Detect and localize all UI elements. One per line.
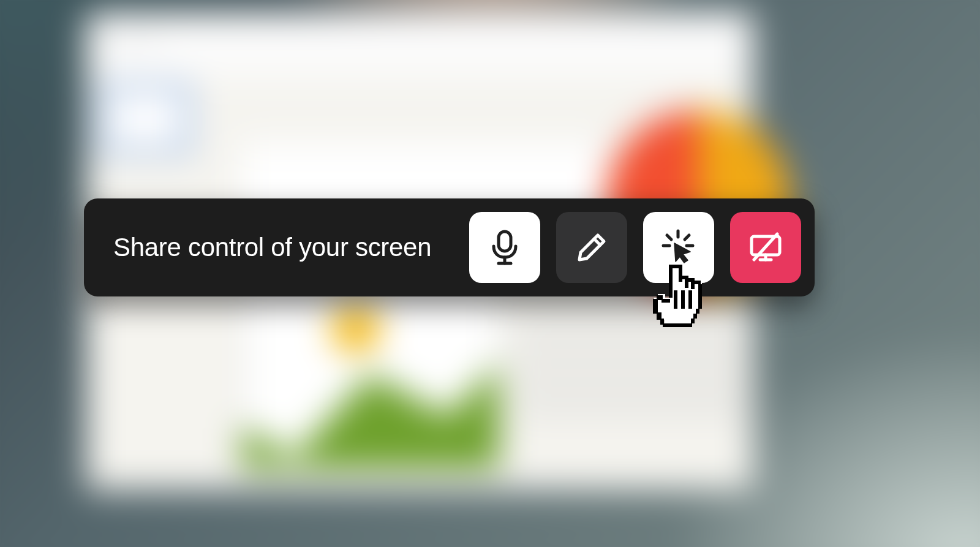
text-placeholder-lines [514,312,760,430]
screen-share-toolbar: Share control of your screen [84,198,815,296]
stop-screen-share-button[interactable] [730,212,801,283]
svg-line-3 [594,239,600,245]
toolbar-button-group [469,212,801,283]
pencil-icon [576,232,608,263]
cursor-click-icon [660,228,698,266]
microphone-button[interactable] [469,212,540,283]
window-traffic-lights [104,33,157,44]
draw-button[interactable] [556,212,627,283]
screen-off-icon [748,232,783,263]
slide-thumbnail [99,86,190,152]
svg-line-5 [667,235,671,240]
image-placeholder [239,276,502,472]
toolbar-tooltip-label: Share control of your screen [113,233,469,262]
share-control-button[interactable] [643,212,714,283]
microphone-icon [488,230,521,265]
svg-line-6 [685,235,689,240]
svg-rect-0 [499,232,511,251]
